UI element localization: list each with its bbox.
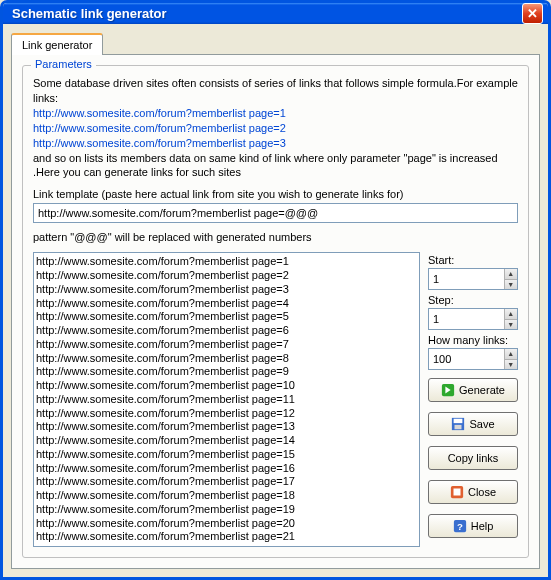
spin-down-icon[interactable]: ▼: [504, 360, 517, 370]
close-icon: ✕: [527, 6, 538, 21]
stop-icon: [450, 485, 464, 499]
parameters-fieldset: Parameters Some database driven sites of…: [22, 65, 529, 558]
generate-button[interactable]: Generate: [428, 378, 518, 402]
list-item[interactable]: http://www.somesite.com/forum?memberlist…: [36, 517, 417, 531]
tab-strip: Link generator: [11, 32, 540, 54]
arrow-right-icon: [441, 383, 455, 397]
list-item[interactable]: http://www.somesite.com/forum?memberlist…: [36, 379, 417, 393]
generated-links-list[interactable]: http://www.somesite.com/forum?memberlist…: [33, 252, 420, 547]
copy-links-button[interactable]: Copy links: [428, 446, 518, 470]
svg-text:?: ?: [457, 521, 463, 532]
example-link-2: http://www.somesite.com/forum?memberlist…: [33, 121, 518, 136]
intro-text: Some database driven sites often consist…: [33, 76, 518, 106]
tab-panel: Parameters Some database driven sites of…: [11, 54, 540, 569]
spin-up-icon[interactable]: ▲: [504, 309, 517, 320]
list-item[interactable]: http://www.somesite.com/forum?memberlist…: [36, 310, 417, 324]
save-label: Save: [469, 418, 494, 430]
svg-rect-3: [455, 425, 462, 429]
example-link-3: http://www.somesite.com/forum?memberlist…: [33, 136, 518, 151]
start-label: Start:: [428, 254, 518, 266]
generate-label: Generate: [459, 384, 505, 396]
list-item[interactable]: http://www.somesite.com/forum?memberlist…: [36, 324, 417, 338]
list-item[interactable]: http://www.somesite.com/forum?memberlist…: [36, 352, 417, 366]
list-item[interactable]: http://www.somesite.com/forum?memberlist…: [36, 393, 417, 407]
list-item[interactable]: http://www.somesite.com/forum?memberlist…: [36, 338, 417, 352]
save-button[interactable]: Save: [428, 412, 518, 436]
list-item[interactable]: http://www.somesite.com/forum?memberlist…: [36, 283, 417, 297]
floppy-icon: [451, 417, 465, 431]
list-item[interactable]: http://www.somesite.com/forum?memberlist…: [36, 269, 417, 283]
tab-link-generator[interactable]: Link generator: [11, 33, 103, 55]
template-label: Link template (paste here actual link fr…: [33, 188, 518, 200]
spin-up-icon[interactable]: ▲: [504, 349, 517, 360]
explain-text: and so on lists its members data on same…: [33, 151, 518, 181]
svg-rect-2: [454, 419, 463, 423]
step-spinner[interactable]: ▲ ▼: [428, 308, 518, 330]
list-item[interactable]: http://www.somesite.com/forum?memberlist…: [36, 462, 417, 476]
count-label: How many links:: [428, 334, 518, 346]
app-window: Schematic link generator ✕ Link generato…: [0, 0, 551, 580]
titlebar: Schematic link generator ✕: [3, 3, 548, 24]
help-label: Help: [471, 520, 494, 532]
list-item[interactable]: http://www.somesite.com/forum?memberlist…: [36, 503, 417, 517]
list-item[interactable]: http://www.somesite.com/forum?memberlist…: [36, 489, 417, 503]
list-item[interactable]: http://www.somesite.com/forum?memberlist…: [36, 434, 417, 448]
step-input[interactable]: [429, 309, 504, 329]
help-icon: ?: [453, 519, 467, 533]
help-button[interactable]: ? Help: [428, 514, 518, 538]
side-column: Start: ▲ ▼ Step: ▲: [428, 252, 518, 547]
count-spinner[interactable]: ▲ ▼: [428, 348, 518, 370]
spin-down-icon[interactable]: ▼: [504, 280, 517, 290]
fieldset-legend: Parameters: [31, 58, 96, 70]
list-item[interactable]: http://www.somesite.com/forum?memberlist…: [36, 365, 417, 379]
list-item[interactable]: http://www.somesite.com/forum?memberlist…: [36, 448, 417, 462]
svg-rect-5: [453, 489, 460, 496]
count-input[interactable]: [429, 349, 504, 369]
example-link-1: http://www.somesite.com/forum?memberlist…: [33, 106, 518, 121]
step-label: Step:: [428, 294, 518, 306]
start-input[interactable]: [429, 269, 504, 289]
spin-down-icon[interactable]: ▼: [504, 320, 517, 330]
list-item[interactable]: http://www.somesite.com/forum?memberlist…: [36, 407, 417, 421]
list-item[interactable]: http://www.somesite.com/forum?memberlist…: [36, 297, 417, 311]
main-row: http://www.somesite.com/forum?memberlist…: [33, 252, 518, 547]
start-spinner[interactable]: ▲ ▼: [428, 268, 518, 290]
close-label: Close: [468, 486, 496, 498]
spin-up-icon[interactable]: ▲: [504, 269, 517, 280]
window-title: Schematic link generator: [8, 6, 522, 21]
pattern-note: pattern "@@@" will be replaced with gene…: [33, 231, 518, 243]
copy-label: Copy links: [448, 452, 499, 464]
list-item[interactable]: http://www.somesite.com/forum?memberlist…: [36, 475, 417, 489]
list-item[interactable]: http://www.somesite.com/forum?memberlist…: [36, 530, 417, 544]
template-input[interactable]: [33, 203, 518, 223]
client-area: Link generator Parameters Some database …: [3, 24, 548, 577]
close-button[interactable]: Close: [428, 480, 518, 504]
list-item[interactable]: http://www.somesite.com/forum?memberlist…: [36, 420, 417, 434]
list-item[interactable]: http://www.somesite.com/forum?memberlist…: [36, 255, 417, 269]
close-window-button[interactable]: ✕: [522, 3, 543, 24]
